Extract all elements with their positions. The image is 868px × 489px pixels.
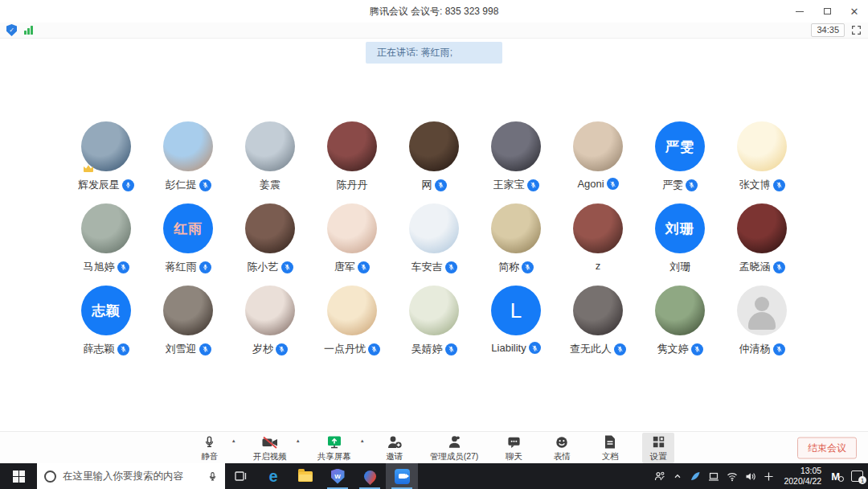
host-crown-icon — [84, 164, 93, 172]
participant-tile[interactable]: 陈丹丹 — [311, 121, 393, 192]
volume-icon[interactable] — [745, 471, 756, 482]
participant-avatar — [573, 121, 623, 171]
participant-avatar — [245, 203, 295, 253]
toolbar-members[interactable]: 管理成员(27) — [427, 433, 482, 463]
mic-muted-icon — [199, 343, 211, 355]
participant-tile[interactable]: 仲清杨 — [721, 286, 803, 356]
participant-name: 彭仁提 — [166, 178, 197, 192]
toolbar-label: 表情 — [554, 451, 571, 462]
participant-tile[interactable]: 刘雪迎 — [147, 286, 229, 356]
minimize-icon — [796, 11, 804, 12]
taskbar-spacer — [418, 463, 649, 489]
participant-tile[interactable]: 刘珊刘珊 — [639, 203, 721, 274]
toolbar-mic[interactable]: 静音▲ — [194, 433, 226, 463]
tencent-meeting-window: 腾讯会议 会议号: 835 323 998 ✕ ✓ 34:35 正在讲话: 蒋红… — [0, 0, 868, 489]
participant-avatar — [573, 286, 623, 335]
participant-tile[interactable]: 车安吉 — [393, 203, 475, 274]
participant-tile[interactable]: 一点丹忧 — [311, 286, 393, 356]
clock-time: 13:05 — [784, 466, 821, 476]
ime-icon[interactable]: M — [831, 471, 844, 483]
default-avatar-icon — [748, 312, 776, 330]
taskbar-app-task-view[interactable] — [225, 463, 257, 489]
toolbar-screen-share[interactable]: 共享屏幕▲ — [314, 433, 354, 463]
participant-tile[interactable]: LLiability — [475, 286, 557, 356]
maximize-button[interactable] — [813, 0, 841, 23]
taskbar-clock[interactable]: 13:05 2020/4/22 — [781, 466, 824, 487]
participant-tile[interactable]: 吴婧婷 — [393, 286, 475, 356]
taskbar-app-flame-app[interactable] — [354, 463, 386, 489]
taskbar-app-file-explorer[interactable] — [289, 463, 321, 489]
participant-avatar — [573, 203, 623, 253]
mic-muted-icon — [691, 343, 703, 355]
participant-tile[interactable]: 姜震 — [229, 121, 311, 192]
close-button[interactable]: ✕ — [841, 0, 868, 23]
participant-tile[interactable]: 网 — [393, 121, 475, 192]
laptop-icon[interactable] — [708, 471, 719, 482]
participant-tile[interactable]: 红雨蒋红雨 — [147, 203, 229, 274]
camera-off-icon — [261, 434, 279, 450]
participant-tile[interactable]: 唐军 — [311, 203, 393, 274]
taskbar-app-shield-app[interactable]: W — [321, 463, 354, 489]
toolbar-chat[interactable]: 聊天 — [497, 433, 530, 463]
participant-tile[interactable]: z — [557, 203, 639, 274]
close-icon: ✕ — [850, 6, 859, 17]
search-input[interactable] — [63, 471, 201, 482]
window-controls: ✕ — [786, 0, 868, 23]
participant-name: 陈小艺 — [248, 260, 279, 274]
people-icon[interactable] — [654, 471, 665, 482]
participant-tile[interactable]: 严雯严雯 — [639, 121, 721, 192]
participant-name: 一点丹忧 — [324, 342, 366, 356]
minimize-button[interactable] — [786, 0, 813, 23]
participant-tile[interactable]: 张文博 — [721, 121, 803, 192]
participant-avatar — [409, 286, 459, 335]
participant-avatar — [81, 121, 131, 171]
participant-tile[interactable]: 王家宝 — [475, 121, 557, 192]
participant-tile[interactable]: 陈小艺 — [229, 203, 311, 274]
fullscreen-button[interactable] — [851, 25, 862, 35]
toolbar-document[interactable]: 文档 — [594, 433, 626, 463]
dropdown-arrow-icon[interactable]: ▲ — [360, 438, 365, 443]
participant-tile[interactable]: 查无此人 — [557, 286, 639, 356]
toolbar-camera-off[interactable]: 开启视频▲ — [250, 433, 290, 463]
avatar-initials: L — [491, 286, 541, 335]
feather-icon[interactable] — [690, 471, 701, 482]
move-icon[interactable] — [764, 471, 774, 482]
notification-center-button[interactable]: 1 — [851, 471, 863, 482]
participant-avatar — [163, 286, 213, 335]
mic-on-icon — [122, 179, 134, 191]
participant-tile[interactable]: 马旭婷 — [65, 203, 147, 274]
start-button[interactable] — [0, 463, 37, 489]
end-meeting-button[interactable]: 结束会议 — [797, 437, 857, 458]
participant-tile[interactable]: 孟晓涵 — [721, 203, 803, 274]
toolbar-invite[interactable]: 邀请 — [379, 433, 411, 463]
chevron-up-icon[interactable] — [673, 471, 682, 481]
participant-tile[interactable]: 隽文婷 — [639, 286, 721, 356]
participant-tile[interactable]: 辉发辰星 — [65, 121, 147, 192]
toolbar-emoji[interactable]: 表情 — [546, 433, 578, 463]
dropdown-arrow-icon[interactable]: ▲ — [231, 438, 236, 443]
video-grid-area: 正在讲话: 蒋红雨; 辉发辰星彭仁提姜震陈丹丹网王家宝Agoni严雯严雯张文博马… — [0, 39, 868, 431]
flame-app-icon — [361, 467, 378, 484]
participant-name: 唐军 — [334, 260, 355, 274]
mic-on-icon — [199, 261, 211, 273]
participant-tile[interactable]: Agoni — [557, 121, 639, 192]
shield-icon[interactable]: ✓ — [6, 24, 17, 36]
taskbar-search[interactable] — [37, 463, 225, 489]
search-mic-icon[interactable] — [207, 471, 218, 483]
participant-tile[interactable]: 志颖薛志颖 — [65, 286, 147, 356]
mic-muted-icon — [529, 342, 541, 354]
participant-tile[interactable]: 简称 — [475, 203, 557, 274]
taskbar-app-meeting-app[interactable] — [386, 463, 418, 489]
taskbar-app-edge[interactable]: e — [257, 463, 289, 489]
meeting-status-bar: ✓ 34:35 — [0, 23, 868, 39]
participant-tile[interactable]: 彭仁提 — [147, 121, 229, 192]
participant-name: 隽文婷 — [657, 342, 689, 356]
toolbar-settings[interactable]: 设置 — [642, 433, 674, 463]
dropdown-arrow-icon[interactable]: ▲ — [296, 438, 301, 443]
participant-name: 孟晓涵 — [739, 260, 771, 274]
participant-name: z — [596, 260, 601, 272]
wifi-icon[interactable] — [727, 471, 738, 482]
participant-avatar — [737, 121, 787, 171]
participant-tile[interactable]: 岁杪 — [229, 286, 311, 356]
participant-name: 薛志颖 — [84, 342, 115, 356]
